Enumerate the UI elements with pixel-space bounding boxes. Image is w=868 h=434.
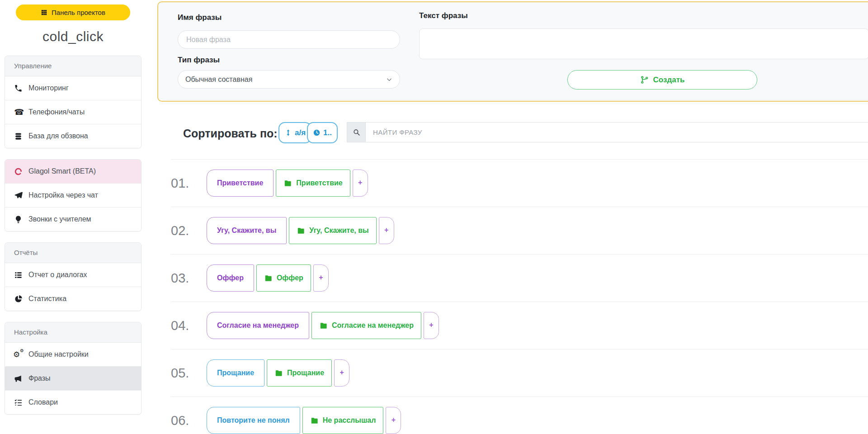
phrase-row: 01.ПриветствиеПриветствие+ bbox=[171, 160, 868, 207]
phrase-row: 06.Повторите не понялНе расслышал+ bbox=[171, 397, 868, 434]
phrase-folder-button[interactable]: Приветствие bbox=[276, 170, 350, 197]
phrase-button-group: ПриветствиеПриветствие+ bbox=[207, 170, 368, 197]
phrase-name-button[interactable]: Повторите не понял bbox=[207, 407, 300, 434]
add-branch-button[interactable]: + bbox=[353, 170, 368, 197]
phrase-button-group: Согласие на менеджерСогласие на менеджер… bbox=[207, 312, 439, 339]
phrase-name-button[interactable]: Оффер bbox=[207, 264, 254, 292]
add-branch-button[interactable]: + bbox=[334, 359, 349, 387]
phrase-text-label: Текст фразы bbox=[419, 11, 468, 20]
add-branch-button[interactable]: + bbox=[379, 217, 394, 244]
sidebar-item-telephony-chats[interactable]: ☎Телефония/чаты bbox=[5, 100, 141, 124]
phrase-folder-button[interactable]: Согласие на менеджер bbox=[311, 312, 421, 339]
sidebar-section: УправлениеМониторинг☎Телефония/чатыБаза … bbox=[5, 56, 142, 148]
pie-chart-icon bbox=[14, 295, 23, 303]
phrase-row: 02.Угу, Скажите, выУгу, Скажите, вы+ bbox=[171, 207, 868, 255]
section-header: Настройка bbox=[5, 322, 141, 343]
sidebar-item-phrases[interactable]: Фразы bbox=[5, 367, 141, 391]
phone-icon bbox=[14, 84, 23, 93]
sidebar-item-label: Настройка через чат bbox=[28, 190, 98, 200]
project-title: cold_click bbox=[5, 28, 142, 46]
sidebar-item-label: База для обзвона bbox=[28, 131, 88, 141]
phrase-folder-label: Приветствие bbox=[296, 179, 342, 187]
projects-panel-label: Панель проектов bbox=[52, 9, 105, 16]
megaphone-icon bbox=[14, 374, 23, 383]
sidebar-item-statistics[interactable]: Статистика bbox=[5, 287, 141, 311]
tasks-icon bbox=[14, 398, 23, 407]
sidebar-section: Настройка⚙⚙Общие настройкиФразыСловари bbox=[5, 322, 142, 415]
phrase-folder-label: Не расслышал bbox=[323, 416, 376, 425]
phrase-name-button[interactable]: Приветствие bbox=[207, 170, 274, 197]
sidebar-item-teacher-calls[interactable]: Звонки с учителем bbox=[5, 208, 141, 231]
phrase-folder-label: Прощание bbox=[287, 369, 324, 377]
folder-icon bbox=[274, 369, 283, 377]
phrase-type-select[interactable]: Обычная составная bbox=[178, 70, 400, 89]
sidebar-section: Glagol Smart (BETA)Настройка через чатЗв… bbox=[5, 159, 142, 231]
lightbulb-icon bbox=[14, 215, 23, 224]
phrase-number: 02. bbox=[171, 223, 207, 238]
phrase-row: 05.ПрощаниеПрощание+ bbox=[171, 349, 868, 397]
phrase-folder-button[interactable]: Угу, Скажите, вы bbox=[289, 217, 376, 244]
phrase-type-label: Тип фразы bbox=[178, 56, 220, 65]
sidebar-item-label: Отчет о диалогах bbox=[28, 270, 87, 280]
phrase-folder-label: Согласие на менеджер bbox=[332, 321, 414, 330]
add-branch-button[interactable]: + bbox=[424, 312, 439, 339]
phrase-button-group: ПрощаниеПрощание+ bbox=[207, 359, 349, 387]
sidebar: Панель проектов cold_click УправлениеМон… bbox=[5, 0, 142, 425]
add-branch-button[interactable]: + bbox=[313, 264, 329, 292]
branch-icon bbox=[640, 75, 649, 84]
sidebar-item-general-settings[interactable]: ⚙⚙Общие настройки bbox=[5, 343, 141, 367]
phrase-name-button[interactable]: Прощание bbox=[207, 359, 264, 387]
chevron-down-icon bbox=[386, 76, 392, 83]
section-header: Управление bbox=[5, 56, 141, 76]
phrase-name-button[interactable]: Согласие на менеджер bbox=[207, 312, 309, 339]
folder-icon bbox=[319, 321, 328, 330]
sort-alphabetical-label: а/я bbox=[295, 128, 306, 137]
phrase-name-button[interactable]: Угу, Скажите, вы bbox=[207, 217, 287, 244]
phrase-number: 01. bbox=[171, 176, 207, 191]
sidebar-nav: УправлениеМониторинг☎Телефония/чатыБаза … bbox=[5, 56, 142, 415]
phrase-button-group: ОфферОффер+ bbox=[207, 264, 329, 292]
phrase-number: 03. bbox=[171, 271, 207, 286]
create-button[interactable]: Создать bbox=[567, 70, 757, 90]
phrase-folder-label: Угу, Скажите, вы bbox=[309, 226, 368, 235]
folder-icon bbox=[264, 274, 273, 283]
phrase-text-input[interactable] bbox=[419, 28, 868, 59]
sidebar-item-dictionaries[interactable]: Словари bbox=[5, 391, 141, 414]
phrase-name-label: Имя фразы bbox=[178, 13, 222, 22]
projects-panel-button[interactable]: Панель проектов bbox=[16, 5, 130, 20]
sidebar-item-call-base[interactable]: База для обзвона bbox=[5, 124, 141, 148]
sort-by-label: Сортировать по: bbox=[183, 127, 278, 140]
phrase-type-value: Обычная составная bbox=[185, 75, 252, 84]
phrase-name-input[interactable] bbox=[178, 30, 400, 49]
create-phrase-panel: Имя фразы Тип фразы Обычная составная Те… bbox=[157, 1, 868, 102]
folder-icon bbox=[283, 179, 292, 188]
sidebar-item-label: Glagol Smart (BETA) bbox=[28, 166, 96, 176]
sidebar-item-chat-setup[interactable]: Настройка через чат bbox=[5, 184, 141, 208]
add-branch-button[interactable]: + bbox=[386, 407, 401, 434]
sidebar-item-glagol-smart[interactable]: Glagol Smart (BETA) bbox=[5, 160, 141, 184]
phrase-row: 03.ОфферОффер+ bbox=[171, 255, 868, 302]
folder-icon bbox=[297, 226, 305, 235]
phrase-number: 06. bbox=[171, 413, 207, 428]
search-icon bbox=[353, 128, 360, 136]
fax-icon: ☎ bbox=[14, 108, 23, 117]
phrase-row: 04.Согласие на менеджерСогласие на менед… bbox=[171, 302, 868, 349]
search-input[interactable] bbox=[366, 123, 868, 142]
ring-icon bbox=[14, 167, 23, 176]
phrase-folder-label: Оффер bbox=[277, 274, 303, 282]
sidebar-item-label: Общие настройки bbox=[28, 349, 89, 359]
phrase-folder-button[interactable]: Прощание bbox=[267, 359, 332, 387]
phrase-button-group: Угу, Скажите, выУгу, Скажите, вы+ bbox=[207, 217, 394, 244]
sort-chronological-button[interactable]: 1.. bbox=[307, 122, 338, 143]
phrase-folder-button[interactable]: Оффер bbox=[256, 264, 311, 292]
arrows-vertical-icon bbox=[284, 129, 292, 137]
sidebar-item-label: Фразы bbox=[28, 373, 51, 383]
search-group bbox=[347, 122, 868, 142]
database-icon bbox=[14, 132, 23, 141]
phrase-button-group: Повторите не понялНе расслышал+ bbox=[207, 407, 401, 434]
phrase-number: 05. bbox=[171, 366, 207, 381]
sidebar-item-monitoring[interactable]: Мониторинг bbox=[5, 76, 141, 100]
sidebar-item-dialog-report[interactable]: Отчет о диалогах bbox=[5, 263, 141, 287]
search-addon bbox=[347, 123, 366, 142]
phrase-folder-button[interactable]: Не расслышал bbox=[302, 407, 384, 434]
